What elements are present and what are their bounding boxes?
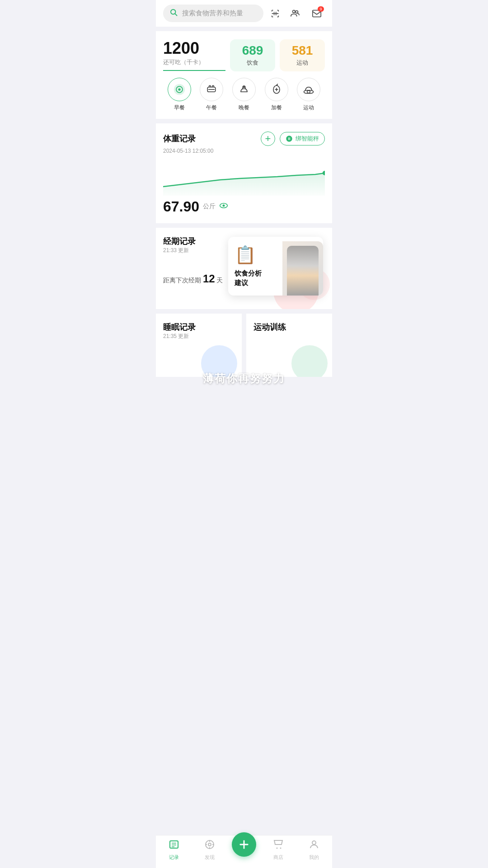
- weight-card-header: 体重记录 + 绑智能秤: [163, 131, 325, 146]
- breakfast-icon: [168, 78, 191, 101]
- weight-card: 体重记录 + 绑智能秤 2024-05-13 12:05:00: [156, 123, 332, 223]
- dinner-icon: [232, 78, 256, 101]
- meal-breakfast[interactable]: 早餐: [168, 78, 191, 112]
- svg-point-6: [293, 10, 296, 13]
- sleep-card[interactable]: 睡眠记录 21:35 更新: [156, 314, 242, 377]
- eye-icon[interactable]: [219, 202, 228, 211]
- exercise-calories-label: 运动: [289, 59, 316, 67]
- weight-value: 67.90: [163, 198, 199, 215]
- meal-lunch[interactable]: 午餐: [200, 78, 223, 112]
- exercise-calories-number: 581: [289, 44, 316, 58]
- snack-label: 加餐: [271, 104, 282, 112]
- diet-popup-icon: 📋: [235, 245, 256, 265]
- period-days-prefix: 距离下次经期: [163, 277, 201, 284]
- weight-date: 2024-05-13 12:05:00: [163, 148, 325, 154]
- svg-line-1: [175, 14, 177, 15]
- remaining-calories: 1200 还可吃（千卡）: [163, 39, 225, 71]
- exercise-meal-label: 运动: [303, 104, 314, 112]
- weight-card-title: 体重记录: [163, 133, 196, 144]
- weight-value-row: 67.90 公斤: [163, 198, 325, 215]
- sleep-card-title: 睡眠记录: [163, 322, 235, 333]
- exercise-card[interactable]: 运动训练: [246, 314, 332, 377]
- remaining-label: 还可吃（千卡）: [163, 58, 225, 66]
- sleep-update-time: 21:35 更新: [163, 333, 235, 340]
- bind-scale-label: 绑智能秤: [296, 135, 319, 143]
- meal-exercise[interactable]: 运动: [297, 78, 320, 112]
- food-calories-number: 689: [239, 44, 266, 58]
- weight-chart: [163, 160, 325, 196]
- promo-text: 薄荷你再努努力: [203, 372, 285, 385]
- promo-overlay: 薄荷你再努努力: [156, 371, 332, 386]
- lunch-icon: [200, 78, 223, 101]
- diet-popup-text: 饮食分析 建议: [235, 268, 262, 287]
- weight-unit: 公斤: [203, 202, 216, 211]
- exercise-meal-icon: [297, 78, 320, 101]
- dinner-label: 晚餐: [239, 104, 249, 112]
- food-calories-box[interactable]: 689 饮食: [230, 39, 275, 71]
- exercise-card-title: 运动训练: [253, 322, 325, 333]
- search-bar: 搜索食物营养和热量: [156, 0, 332, 27]
- lunch-label: 午餐: [206, 104, 217, 112]
- food-calories-label: 饮食: [239, 59, 266, 67]
- exercise-calories-box[interactable]: 581 运动: [280, 39, 325, 71]
- breakfast-label: 早餐: [174, 104, 185, 112]
- calorie-card: 1200 还可吃（千卡） 689 饮食 581 运动: [156, 31, 332, 119]
- svg-point-11: [178, 88, 180, 90]
- search-placeholder: 搜索食物营养和热量: [182, 9, 243, 18]
- search-input[interactable]: 搜索食物营养和热量: [163, 5, 263, 22]
- period-days-suffix: 天: [216, 277, 223, 284]
- snack-icon: [265, 78, 288, 101]
- remaining-underline: [163, 70, 225, 71]
- diet-popup[interactable]: × 📋 饮食分析 建议: [228, 237, 323, 296]
- remaining-number: 1200: [163, 39, 225, 57]
- period-section: 经期记录 21:33 更新 距离下次经期 12 天 × 📋 饮食分析 建议: [156, 228, 332, 309]
- calorie-row: 1200 还可吃（千卡） 689 饮食 581 运动: [163, 39, 325, 71]
- search-icon: [169, 8, 178, 19]
- header-icons: 9: [287, 5, 325, 22]
- bind-scale-button[interactable]: 绑智能秤: [280, 132, 325, 145]
- weight-card-actions: + 绑智能秤: [261, 131, 325, 146]
- period-days-number: 12: [203, 272, 215, 285]
- bottom-cards-row: 睡眠记录 21:35 更新 运动训练: [156, 314, 332, 377]
- svg-point-21: [223, 205, 225, 207]
- meal-snack[interactable]: 加餐: [265, 78, 288, 112]
- scan-button[interactable]: [267, 5, 283, 22]
- mail-badge: 9: [318, 6, 324, 12]
- mail-icon-button[interactable]: 9: [309, 5, 325, 22]
- meal-dinner[interactable]: 晚餐: [232, 78, 256, 112]
- meal-row: 早餐 午餐: [163, 78, 325, 112]
- weight-add-button[interactable]: +: [261, 131, 275, 146]
- user-icon-button[interactable]: [287, 5, 303, 22]
